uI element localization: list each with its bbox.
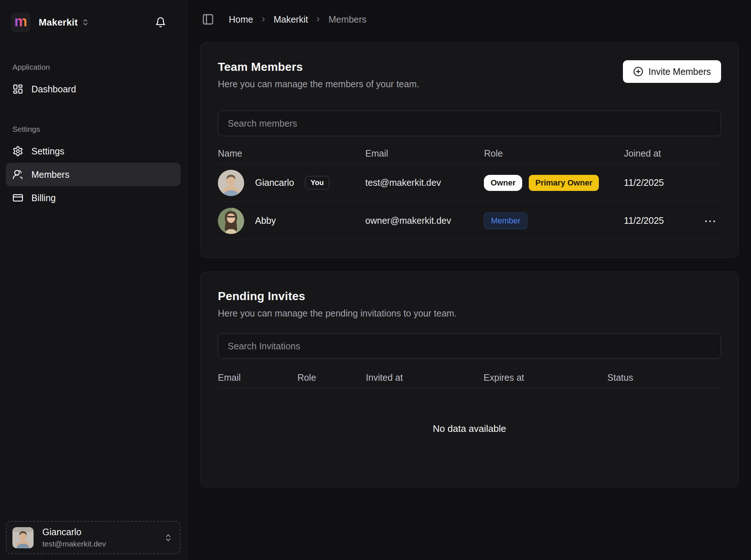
sidebar-item-label: Dashboard: [31, 84, 76, 95]
sidebar-item-members[interactable]: Members: [6, 163, 181, 186]
credit-card-icon: [12, 192, 23, 203]
user-menu[interactable]: Giancarlo test@makerkit.dev: [6, 521, 181, 554]
workspace-selector-icon[interactable]: [81, 18, 89, 26]
column-header-role: Role: [484, 148, 624, 159]
user-name: Giancarlo: [42, 527, 106, 537]
breadcrumb: Home Makerkit Members: [200, 13, 739, 26]
search-invitations-input[interactable]: [218, 333, 721, 359]
avatar: [218, 170, 244, 196]
gear-icon: [12, 146, 23, 157]
sidebar-header: m Makerkit: [0, 0, 186, 32]
role-badge-member: Member: [484, 212, 527, 229]
logo-letter: m: [14, 14, 27, 28]
joined-date: 11/2/2025: [624, 177, 697, 188]
table-row: Abby owner@makerkit.dev Member 11/2/2025…: [218, 202, 721, 240]
column-header-email: Email: [218, 372, 297, 383]
member-name: Abby: [255, 215, 276, 226]
breadcrumb-makerkit[interactable]: Makerkit: [274, 14, 308, 25]
empty-state-text: No data available: [218, 388, 721, 469]
role-badge-owner: Owner: [484, 175, 522, 191]
column-header-joined: Joined at: [624, 148, 697, 159]
section-label: Settings: [12, 125, 181, 134]
sidebar-nav: Application Dashboard Settings Settings: [0, 63, 186, 210]
dashboard-icon: [12, 84, 23, 95]
nav-section-application: Application Dashboard: [6, 63, 181, 101]
sidebar-item-settings[interactable]: Settings: [6, 139, 181, 163]
user-avatar: [12, 527, 34, 548]
column-header-name: Name: [218, 148, 365, 159]
circle-plus-icon: [633, 66, 643, 77]
column-header-email: Email: [365, 148, 484, 159]
page-title: Team Members: [218, 60, 419, 74]
sidebar-toggle-icon[interactable]: [202, 13, 214, 26]
sidebar-item-billing[interactable]: Billing: [6, 186, 181, 210]
member-email: test@makerkit.dev: [365, 177, 484, 188]
main-content: Home Makerkit Members Team Members Here …: [187, 0, 751, 560]
column-header-status: Status: [607, 372, 721, 383]
chevron-right-icon: [260, 16, 267, 23]
breadcrumb-members: Members: [328, 14, 366, 25]
section-title: Pending Invites: [218, 289, 457, 303]
column-header-invited: Invited at: [366, 372, 484, 383]
card-description: Here you can manage the members of your …: [218, 79, 419, 89]
chevron-right-icon: [315, 16, 322, 23]
member-email: owner@makerkit.dev: [365, 215, 484, 226]
section-label: Application: [12, 63, 181, 72]
you-badge: You: [305, 176, 329, 189]
card-description: Here you can manage the pending invitati…: [218, 308, 457, 319]
role-badge-primary-owner: Primary Owner: [529, 175, 599, 191]
user-email: test@makerkit.dev: [42, 540, 106, 548]
notifications-bell-icon[interactable]: [155, 17, 166, 28]
column-header-expires: Expires at: [484, 372, 607, 383]
sidebar-item-dashboard[interactable]: Dashboard: [6, 77, 181, 101]
sidebar: m Makerkit Application Dashboard: [0, 0, 187, 560]
avatar: [218, 208, 244, 234]
column-header-role: Role: [297, 372, 366, 383]
pending-invites-card: Pending Invites Here you can manage the …: [200, 272, 739, 487]
sidebar-item-label: Members: [31, 169, 69, 180]
members-table-header: Name Email Role Joined at: [218, 143, 721, 164]
chevrons-up-down-icon: [164, 533, 173, 542]
sidebar-item-label: Billing: [31, 193, 56, 203]
member-name: Giancarlo: [255, 177, 294, 188]
invite-members-button[interactable]: Invite Members: [623, 60, 721, 83]
users-icon: [12, 169, 23, 180]
app-window: m Makerkit Application Dashboard: [0, 0, 751, 560]
nav-section-settings: Settings Settings Members: [6, 125, 181, 210]
workspace-name: Makerkit: [39, 17, 78, 28]
breadcrumb-home[interactable]: Home: [229, 14, 253, 25]
joined-date: 11/2/2025: [624, 215, 697, 226]
makerkit-logo[interactable]: m: [11, 12, 31, 32]
team-members-card: Team Members Here you can manage the mem…: [200, 42, 739, 258]
members-table: Name Email Role Joined at Giancarlo You …: [218, 143, 721, 240]
search-members-input[interactable]: [218, 111, 721, 136]
invites-table: Email Role Invited at Expires at Status …: [218, 368, 721, 469]
invites-table-header: Email Role Invited at Expires at Status: [218, 368, 721, 388]
row-actions-menu-button[interactable]: ⋯: [700, 212, 721, 229]
sidebar-item-label: Settings: [31, 146, 64, 157]
table-row: Giancarlo You test@makerkit.dev Owner Pr…: [218, 164, 721, 202]
